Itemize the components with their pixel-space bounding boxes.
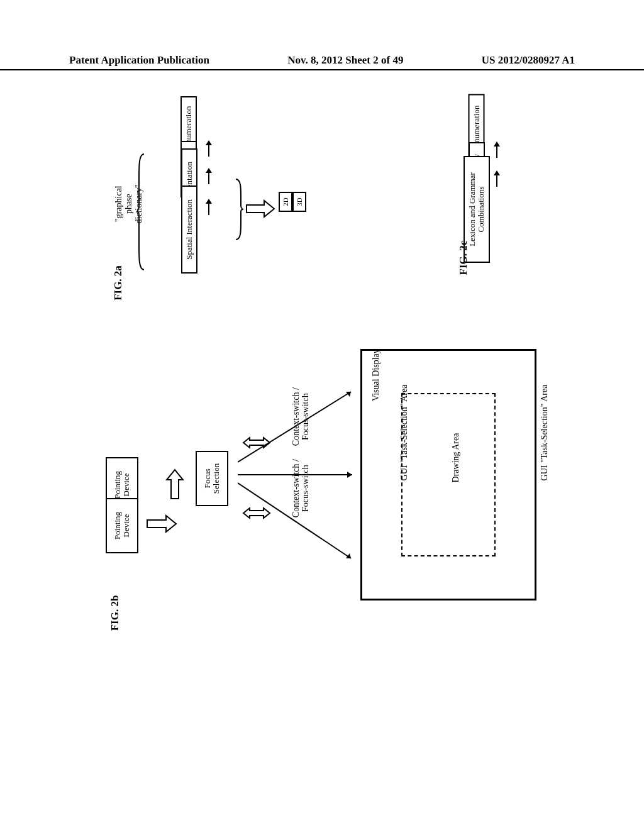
fig2b-drawing-area-frame [401,393,496,556]
svg-line-14 [238,483,351,558]
fig2a-caption: FIG. 2a [112,265,125,301]
svg-marker-3 [206,168,212,173]
fig2a-side-label: "graphical phase dictionary" [114,172,144,235]
block-arrow-right-icon [245,199,275,218]
fig2b-focus-selection: Focus Selection [196,451,228,506]
svg-marker-9 [494,170,500,175]
arrow-icon [492,141,504,158]
header-left: Patent Application Publication [69,54,209,67]
svg-marker-13 [347,472,352,478]
thin-arrow-icon [238,387,357,471]
svg-marker-7 [494,141,500,147]
fig2a-3d: 3D [292,192,306,212]
header-right: US 2012/0280927 A1 [482,54,575,67]
arrow-icon [204,199,216,215]
block-arrow-right-icon [146,514,177,533]
header-mid: Nov. 8, 2012 Sheet 2 of 49 [287,54,403,67]
page-header: Patent Application Publication Nov. 8, 2… [0,54,644,70]
fig2b-caption: FIG. 2b [109,595,121,631]
fig2a-2d: 2D [279,192,292,212]
fig2b-drawing-area-label: Drawing Area [451,423,461,492]
fig2c-caption: FIG. 2c [457,241,470,275]
fig2b-pointing-device-2: Pointing Device [106,498,138,553]
right-brace-icon [235,178,243,241]
fig2b-gui-bot: GUI "Task-Selection" Area [540,378,550,488]
arrow-icon [204,168,216,184]
svg-marker-1 [206,140,212,145]
arrow-icon [492,170,504,187]
block-arrow-right-icon [165,468,184,500]
fig2b-gui-top: GUI "Task-Selection" Area [399,378,409,488]
svg-line-10 [238,392,351,462]
svg-marker-5 [206,199,212,204]
thin-arrow-icon [238,478,357,568]
brace-icon [179,135,196,211]
arrow-icon [204,140,216,157]
